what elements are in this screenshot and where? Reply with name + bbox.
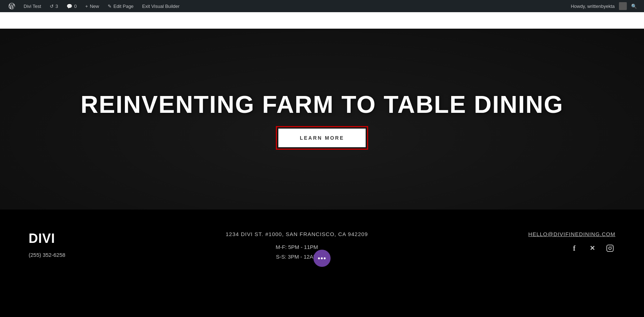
edit-icon: ✎	[108, 4, 112, 9]
footer-hours: M-F: 5PM - 11PM S-S: 3PM - 12AM	[275, 242, 318, 261]
site-name-item[interactable]: Divi Test	[19, 0, 45, 12]
footer-hours-line1: M-F: 5PM - 11PM	[275, 242, 318, 252]
admin-bar: Divi Test ↺ 3 💬 0 + New ✎ Edit Page Exit…	[0, 0, 644, 12]
twitter-x-icon[interactable]: ✕	[587, 243, 597, 254]
dots-icon: •••	[318, 255, 326, 262]
howdy-text: Howdy, writtenbyekta	[568, 4, 618, 9]
exit-builder-item[interactable]: Exit Visual Builder	[138, 0, 184, 12]
adminbar-search-icon[interactable]: 🔍	[628, 4, 640, 9]
float-dots-button[interactable]: •••	[313, 250, 331, 267]
edit-page-label: Edit Page	[113, 4, 133, 9]
footer-phone: (255) 352-6258	[29, 252, 65, 258]
learn-more-button[interactable]: LEARN MORE	[278, 129, 366, 147]
new-label: New	[90, 4, 99, 9]
instagram-icon[interactable]	[605, 243, 615, 254]
svg-rect-0	[607, 245, 613, 251]
footer-hours-line2: S-S: 3PM - 12AM	[275, 252, 318, 261]
wp-logo-item[interactable]	[4, 0, 19, 12]
footer-right: HELLO@DIVIFINEDINING.COM f ✕	[528, 231, 615, 254]
site-name: Divi Test	[24, 4, 41, 9]
hero-section: REINVENTING FARM TO TABLE DINING LEARN M…	[0, 29, 644, 210]
footer-left: DIVI (255) 352-6258	[29, 231, 65, 258]
facebook-icon[interactable]: f	[569, 243, 580, 254]
comments-item[interactable]: 💬 0	[62, 0, 81, 12]
spacer-bar	[0, 12, 644, 29]
adminbar-right: Howdy, writtenbyekta 🔍	[568, 2, 640, 10]
footer-address: 1234 DIVI ST. #1000, SAN FRANCISCO, CA 9…	[226, 231, 368, 237]
wordpress-icon	[9, 3, 15, 9]
social-icons-container: f ✕	[569, 243, 615, 254]
new-item[interactable]: + New	[81, 0, 103, 12]
hero-title: REINVENTING FARM TO TABLE DINING	[80, 91, 564, 118]
footer-email: HELLO@DIVIFINEDINING.COM	[528, 231, 615, 237]
footer-center: 1234 DIVI ST. #1000, SAN FRANCISCO, CA 9…	[226, 231, 368, 261]
comments-icon: 💬	[67, 4, 72, 9]
revisions-icon: ↺	[50, 4, 54, 9]
svg-point-1	[609, 247, 611, 249]
comments-count: 0	[74, 4, 77, 9]
user-avatar	[619, 2, 627, 10]
footer-logo: DIVI	[29, 231, 65, 246]
hero-content: REINVENTING FARM TO TABLE DINING LEARN M…	[80, 91, 564, 147]
revisions-item[interactable]: ↺ 3	[45, 0, 62, 12]
exit-builder-label: Exit Visual Builder	[142, 4, 180, 9]
plus-icon: +	[85, 4, 88, 9]
edit-page-item[interactable]: ✎ Edit Page	[103, 0, 138, 12]
svg-point-2	[611, 246, 612, 247]
revisions-count: 3	[55, 4, 58, 9]
